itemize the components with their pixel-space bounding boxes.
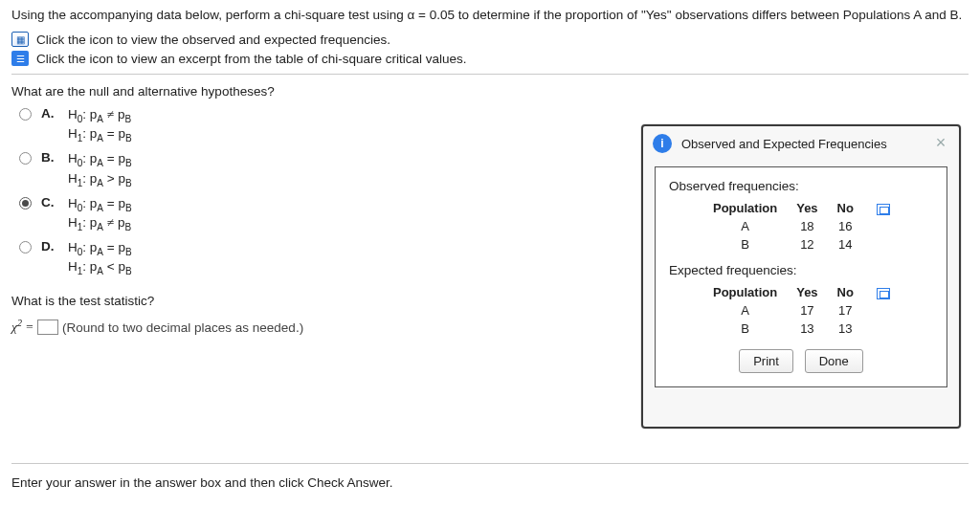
question-hypotheses: What are the null and alternative hypoth… xyxy=(11,84,662,99)
chi-square-input[interactable] xyxy=(37,320,58,335)
question-test-statistic: What is the test statistic? xyxy=(11,294,662,308)
expected-table: Population Yes No A 17 17 B 13 13 xyxy=(703,283,900,338)
copy-icon[interactable] xyxy=(877,288,890,299)
table-row: A 18 16 xyxy=(703,217,900,235)
choice-b[interactable]: B. H0: pA = pB H1: pA > pB xyxy=(19,150,662,188)
table-row: A 17 17 xyxy=(703,301,900,320)
col-no: No xyxy=(828,283,863,301)
radio-c[interactable] xyxy=(19,197,32,209)
hypothesis-choices: A. H0: pA ≠ pB H1: pA = pB B. H0: pA = p… xyxy=(19,106,662,278)
choice-label: C. xyxy=(41,195,58,209)
cell-pop: A xyxy=(703,301,787,320)
observed-table: Population Yes No A 18 16 B 12 14 xyxy=(703,199,900,254)
choice-c[interactable]: C. H0: pA = pB H1: pA ≠ pB xyxy=(19,195,662,233)
choice-a-text: H0: pA ≠ pB H1: pA = pB xyxy=(68,106,132,144)
cell-no: 14 xyxy=(828,235,863,254)
footer-text: Enter your answer in the answer box and … xyxy=(11,475,969,490)
table-icon: ▦ xyxy=(11,32,29,47)
col-no: No xyxy=(828,199,863,217)
col-population: Population xyxy=(703,283,787,301)
cell-pop: B xyxy=(703,235,787,254)
cell-yes: 17 xyxy=(787,301,827,320)
choice-d-text: H0: pA = pB H1: pA < pB xyxy=(68,239,132,277)
choice-a[interactable]: A. H0: pA ≠ pB H1: pA = pB xyxy=(19,106,662,144)
cell-yes: 18 xyxy=(787,217,827,235)
print-button[interactable]: Print xyxy=(739,349,793,373)
table-row: B 13 13 xyxy=(703,320,900,338)
col-yes: Yes xyxy=(787,199,827,217)
cell-no: 13 xyxy=(828,320,863,338)
cell-no: 16 xyxy=(828,217,863,235)
done-button[interactable]: Done xyxy=(805,349,863,373)
document-icon: ☰ xyxy=(11,51,29,66)
choice-c-text: H0: pA = pB H1: pA ≠ pB xyxy=(68,195,132,233)
radio-a[interactable] xyxy=(19,108,32,121)
radio-d[interactable] xyxy=(19,241,32,254)
footer: Enter your answer in the answer box and … xyxy=(11,463,969,490)
cell-yes: 13 xyxy=(787,320,827,338)
choice-d[interactable]: D. H0: pA = pB H1: pA < pB xyxy=(19,239,662,277)
modal-body: Observed frequencies: Population Yes No … xyxy=(655,166,947,387)
problem-statement: Using the accompanying data below, perfo… xyxy=(11,8,969,22)
modal-title: Observed and Expected Frequencies xyxy=(681,137,923,151)
close-icon[interactable]: × xyxy=(932,135,949,152)
cell-no: 17 xyxy=(828,301,863,320)
cell-yes: 12 xyxy=(787,235,827,254)
info-icon: i xyxy=(653,134,672,153)
choice-b-text: H0: pA = pB H1: pA > pB xyxy=(68,150,132,188)
radio-b[interactable] xyxy=(19,152,32,165)
modal-observed-expected: i Observed and Expected Frequencies × Ob… xyxy=(641,124,961,429)
link-text: Click the icon to view an excerpt from t… xyxy=(36,52,466,66)
choice-label: A. xyxy=(41,106,58,121)
col-population: Population xyxy=(703,199,787,217)
observed-label: Observed frequencies: xyxy=(669,179,933,193)
choice-label: D. xyxy=(41,239,58,254)
divider xyxy=(11,74,969,75)
chi-square-entry: χ2 = (Round to two decimal places as nee… xyxy=(11,318,662,336)
link-chisq-table[interactable]: ☰ Click the icon to view an excerpt from… xyxy=(11,51,969,66)
table-row: B 12 14 xyxy=(703,235,900,254)
chi-square-symbol: χ2 = xyxy=(11,320,33,334)
copy-icon[interactable] xyxy=(877,204,890,215)
col-yes: Yes xyxy=(787,283,827,301)
choice-label: B. xyxy=(41,150,58,165)
rounding-hint: (Round to two decimal places as needed.) xyxy=(62,320,303,334)
link-observed-expected[interactable]: ▦ Click the icon to view the observed an… xyxy=(11,32,969,47)
cell-pop: A xyxy=(703,217,787,235)
expected-label: Expected frequencies: xyxy=(669,263,933,277)
link-text: Click the icon to view the observed and … xyxy=(36,33,390,47)
cell-pop: B xyxy=(703,320,787,338)
